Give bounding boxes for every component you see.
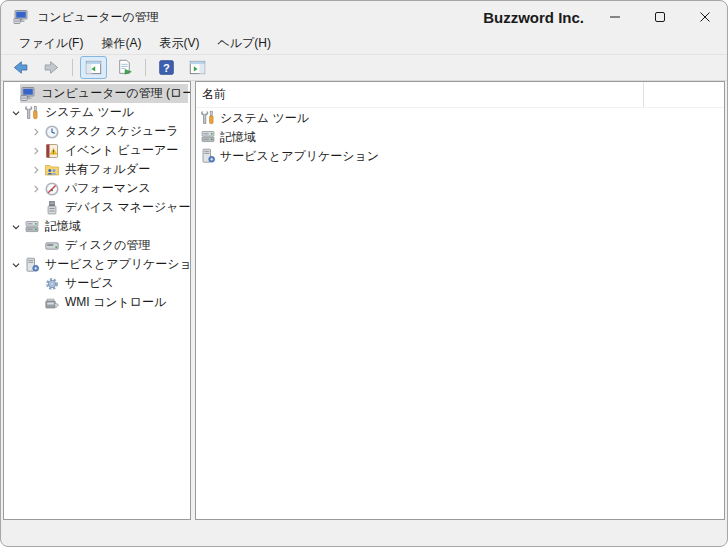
column-header-name[interactable]: 名前 (196, 82, 644, 107)
console-tree-pane: コンピューターの管理 (ローカル) システム ツール タスク スケジューラ イベ… (3, 81, 191, 520)
chevron-down-icon[interactable] (8, 219, 24, 235)
computer-icon (20, 86, 36, 102)
tree-item-device-manager[interactable]: デバイス マネージャー (28, 198, 188, 217)
maximize-button[interactable] (637, 1, 682, 33)
list-item-label: サービスとアプリケーション (220, 148, 379, 165)
disk-management-icon (44, 238, 60, 254)
forward-arrow-icon (43, 59, 60, 76)
menu-bar: ファイル(F) 操作(A) 表示(V) ヘルプ(H) (1, 33, 727, 54)
device-manager-icon (44, 200, 60, 216)
chevron-down-icon[interactable] (8, 105, 24, 121)
list-item-services-and-applications[interactable]: サービスとアプリケーション (196, 147, 724, 165)
performance-icon (44, 181, 60, 197)
content-area: コンピューターの管理 (ローカル) システム ツール タスク スケジューラ イベ… (3, 81, 725, 520)
list-item-label: 記憶域 (220, 129, 256, 146)
export-list-icon (116, 59, 133, 76)
task-scheduler-icon (44, 124, 60, 140)
tree-item-system-tools[interactable]: システム ツール (8, 103, 188, 122)
tree-item-disk-management[interactable]: ディスクの管理 (28, 236, 188, 255)
services-apps-icon (200, 148, 216, 164)
status-bar (1, 522, 727, 546)
back-button[interactable] (7, 56, 34, 79)
services-apps-icon (24, 257, 40, 273)
minimize-button[interactable] (592, 1, 637, 33)
wmi-control-icon (44, 295, 60, 311)
menu-view[interactable]: 表示(V) (150, 33, 208, 55)
chevron-right-icon[interactable] (28, 162, 44, 178)
event-viewer-icon (44, 143, 60, 159)
storage-icon (24, 219, 40, 235)
show-console-tree-button[interactable] (80, 56, 107, 79)
action-pane-icon (189, 59, 206, 76)
chevron-right-icon[interactable] (28, 124, 44, 140)
forward-button[interactable] (38, 56, 65, 79)
help-button[interactable] (153, 56, 180, 79)
list-item-label: システム ツール (220, 110, 309, 127)
system-tools-icon (24, 105, 40, 121)
list-header: 名前 (196, 82, 724, 108)
tree-item-computer-management[interactable]: コンピューターの管理 (ローカル) (20, 84, 188, 103)
brand-text: Buzzword Inc. (483, 9, 584, 26)
console-tree-icon (85, 59, 102, 76)
toolbar-separator (72, 59, 73, 76)
tree-item-services[interactable]: サービス (28, 274, 188, 293)
services-icon (44, 276, 60, 292)
tree-item-event-viewer[interactable]: イベント ビューアー (28, 141, 188, 160)
tree-item-performance[interactable]: パフォーマンス (28, 179, 188, 198)
tree-item-storage[interactable]: 記憶域 (8, 217, 188, 236)
details-pane: 名前 システム ツール 記憶域 サービスとアプリケーション (195, 81, 725, 520)
computer-management-window: コンピューターの管理 Buzzword Inc. ファイル(F) 操作(A) 表… (0, 0, 728, 547)
tree-item-shared-folders[interactable]: 共有フォルダー (28, 160, 188, 179)
show-action-pane-button[interactable] (184, 56, 211, 79)
list-item-system-tools[interactable]: システム ツール (196, 109, 724, 127)
toolbar-separator (145, 59, 146, 76)
shared-folders-icon (44, 162, 60, 178)
tree-item-wmi-control[interactable]: WMI コントロール (28, 293, 188, 312)
toolbar (1, 54, 727, 81)
menu-file[interactable]: ファイル(F) (10, 33, 92, 55)
system-tools-icon (200, 110, 216, 126)
help-icon (158, 59, 175, 76)
storage-icon (200, 129, 216, 145)
title-bar: コンピューターの管理 Buzzword Inc. (1, 1, 727, 33)
tree-item-services-and-applications[interactable]: サービスとアプリケーション (8, 255, 188, 274)
chevron-right-icon[interactable] (28, 181, 44, 197)
export-list-button[interactable] (111, 56, 138, 79)
menu-action[interactable]: 操作(A) (92, 33, 150, 55)
back-arrow-icon (12, 59, 29, 76)
chevron-down-icon[interactable] (8, 257, 24, 273)
chevron-right-icon[interactable] (28, 143, 44, 159)
tree-item-task-scheduler[interactable]: タスク スケジューラ (28, 122, 188, 141)
window-title: コンピューターの管理 (37, 9, 159, 26)
list-item-storage[interactable]: 記憶域 (196, 128, 724, 146)
close-button[interactable] (682, 1, 727, 33)
computer-management-app-icon (13, 9, 29, 25)
menu-help[interactable]: ヘルプ(H) (208, 33, 280, 55)
